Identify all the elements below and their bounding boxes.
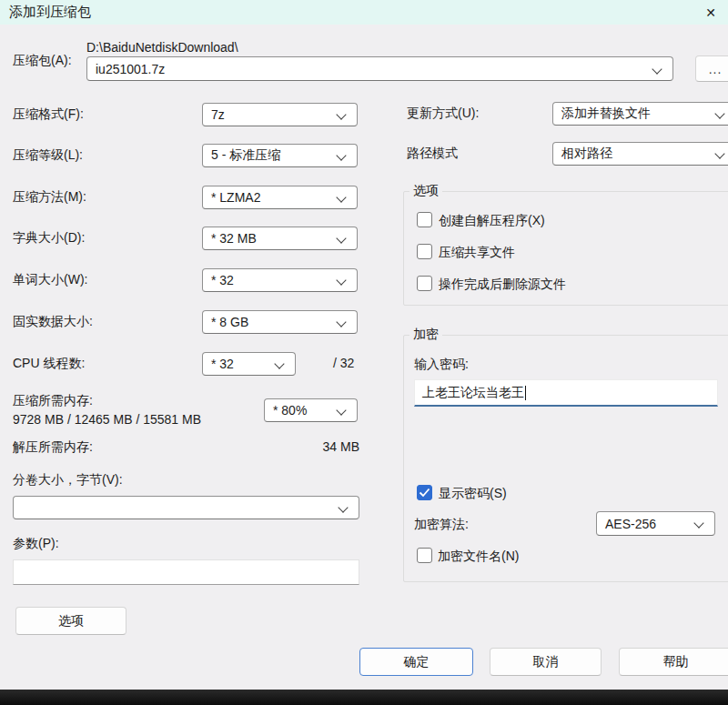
memory-decompress-label: 解压所需内存:	[13, 439, 93, 456]
encryption-group-title: 加密	[410, 327, 442, 343]
options-button-label: 选项	[58, 613, 84, 629]
browse-button-label: ...	[709, 62, 723, 76]
encryption-method-combobox[interactable]: AES-256	[596, 511, 715, 536]
chevron-down-icon	[336, 150, 346, 160]
memory-decompress-value: 34 MB	[273, 439, 359, 454]
format-label: 压缩格式(F):	[13, 106, 84, 123]
options-button[interactable]: 选项	[15, 607, 126, 635]
path-mode-label: 路径模式	[407, 146, 458, 162]
path-mode-combobox[interactable]: 相对路径	[552, 142, 728, 166]
archive-name-value: iu251001.7z	[96, 62, 165, 76]
show-password-checkbox[interactable]	[417, 485, 432, 500]
password-value: 上老王论坛当老王	[422, 385, 524, 401]
chevron-down-icon	[336, 317, 346, 327]
cpu-threads-combobox[interactable]: * 32	[202, 352, 296, 376]
delete-after-checkbox-label[interactable]: 操作完成后删除源文件	[439, 277, 566, 293]
text-caret	[525, 386, 526, 400]
level-value: 5 - 标准压缩	[211, 147, 280, 164]
close-icon[interactable]: ✕	[701, 3, 721, 23]
parameters-label: 参数(P):	[13, 536, 59, 552]
word-size-label: 单词大小(W):	[13, 272, 87, 288]
level-label: 压缩等级(L):	[13, 147, 83, 164]
volume-size-label: 分卷大小，字节(V):	[13, 472, 123, 488]
solid-block-label: 固实数据大小:	[13, 314, 93, 330]
shared-files-checkbox[interactable]	[417, 244, 432, 259]
memory-usage-value: * 80%	[273, 403, 307, 418]
sfx-checkbox-label[interactable]: 创建自解压程序(X)	[439, 213, 545, 229]
cpu-threads-max: / 32	[333, 356, 354, 370]
archive-dir-path: D:\BaiduNetdiskDownload\	[86, 40, 238, 55]
solid-block-combobox[interactable]: * 8 GB	[202, 310, 358, 334]
dictionary-label: 字典大小(D):	[13, 230, 85, 247]
chevron-down-icon	[338, 502, 348, 512]
password-label: 输入密码:	[414, 357, 469, 373]
password-input[interactable]: 上老王论坛当老王	[414, 379, 718, 407]
show-password-checkbox-label[interactable]: 显示密码(S)	[439, 486, 507, 502]
chevron-down-icon	[336, 109, 346, 119]
desktop-background-strip	[0, 690, 728, 705]
browse-button[interactable]: ...	[695, 55, 728, 82]
add-to-archive-dialog: 添加到压缩包 ✕ 压缩包(A): D:\BaiduNetdiskDownload…	[0, 0, 728, 705]
help-button-label: 帮助	[663, 654, 689, 670]
format-combobox[interactable]: 7z	[202, 103, 358, 126]
archive-name-combobox[interactable]: iu251001.7z	[86, 56, 673, 81]
dictionary-combobox[interactable]: * 32 MB	[202, 227, 358, 250]
chevron-down-icon	[652, 64, 662, 74]
memory-compress-label: 压缩所需内存:	[13, 393, 93, 409]
help-button[interactable]: 帮助	[619, 648, 728, 676]
memory-compress-detail: 9728 MB / 12465 MB / 15581 MB	[13, 412, 201, 427]
update-mode-value: 添加并替换文件	[561, 106, 651, 122]
path-mode-value: 相对路径	[561, 146, 612, 162]
chevron-down-icon	[274, 358, 284, 368]
dictionary-value: * 32 MB	[211, 231, 257, 246]
chevron-down-icon	[714, 148, 724, 158]
level-combobox[interactable]: 5 - 标准压缩	[202, 144, 358, 167]
chevron-down-icon	[693, 518, 703, 528]
word-size-value: * 32	[211, 273, 234, 287]
method-label: 压缩方法(M):	[13, 189, 86, 206]
ok-button-label: 确定	[404, 654, 430, 670]
chevron-down-icon	[336, 405, 346, 415]
parameters-input[interactable]	[13, 559, 359, 585]
format-value: 7z	[211, 107, 225, 122]
word-size-combobox[interactable]: * 32	[202, 268, 358, 292]
ok-button[interactable]: 确定	[359, 648, 473, 676]
delete-after-checkbox[interactable]	[417, 276, 432, 291]
method-value: * LZMA2	[211, 190, 260, 205]
cpu-threads-label: CPU 线程数:	[13, 356, 85, 372]
title-bar: 添加到压缩包 ✕	[0, 0, 728, 25]
cancel-button[interactable]: 取消	[490, 648, 602, 676]
options-group-title: 选项	[410, 183, 442, 199]
solid-block-value: * 8 GB	[211, 315, 248, 329]
encryption-method-label: 加密算法:	[414, 517, 469, 533]
encrypt-filenames-checkbox[interactable]	[417, 548, 432, 563]
memory-usage-combobox[interactable]: * 80%	[264, 398, 358, 422]
window-title: 添加到压缩包	[9, 4, 91, 21]
chevron-down-icon	[336, 233, 346, 243]
update-mode-combobox[interactable]: 添加并替换文件	[552, 102, 728, 126]
chevron-down-icon	[714, 108, 724, 118]
cancel-button-label: 取消	[533, 654, 559, 670]
method-combobox[interactable]: * LZMA2	[202, 186, 358, 209]
chevron-down-icon	[336, 275, 346, 285]
update-mode-label: 更新方式(U):	[407, 106, 479, 122]
cpu-threads-value: * 32	[211, 357, 234, 371]
shared-files-checkbox-label[interactable]: 压缩共享文件	[439, 245, 515, 261]
chevron-down-icon	[336, 192, 346, 202]
sfx-checkbox[interactable]	[417, 212, 432, 227]
encryption-method-value: AES-256	[605, 517, 656, 531]
archive-label: 压缩包(A):	[13, 53, 72, 69]
volume-size-combobox[interactable]	[13, 496, 359, 519]
checkmark-icon	[419, 488, 430, 498]
encrypt-filenames-checkbox-label[interactable]: 加密文件名(N)	[438, 549, 519, 565]
